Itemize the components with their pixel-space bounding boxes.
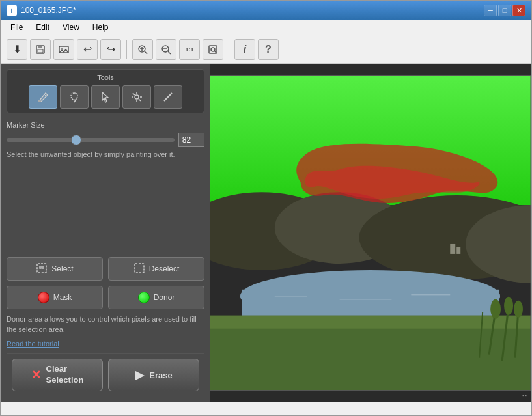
toolbar: ⬇ ↩ ↪ 1:1 i ?	[1, 35, 531, 64]
svg-rect-1	[38, 46, 42, 48]
svg-rect-28	[39, 266, 42, 269]
info-button[interactable]: i	[234, 39, 255, 60]
svg-rect-29	[42, 266, 44, 269]
mask-donor-row: Mask Donor	[7, 286, 204, 309]
tools-row	[11, 85, 200, 109]
svg-rect-51	[450, 244, 455, 254]
donor-button[interactable]: Donor	[108, 286, 204, 309]
tool-pointer[interactable]	[91, 85, 120, 109]
play-icon: ▶	[135, 368, 144, 382]
donor-description: Donor area allows you to control which p…	[7, 314, 204, 335]
title-bar: i 100_0165.JPG* ─ □ ✕	[1, 1, 531, 20]
menu-bar: File Edit View Help	[1, 20, 531, 35]
select-deselect-row: Select Deselect	[7, 257, 204, 281]
maximize-button[interactable]: □	[498, 5, 511, 16]
mask-button[interactable]: Mask	[7, 286, 103, 309]
donor-color-circle	[138, 292, 150, 303]
svg-line-14	[214, 51, 216, 53]
svg-point-46	[504, 297, 513, 315]
menu-edit[interactable]: Edit	[29, 21, 56, 33]
marker-section: Marker Size Select the unwanted object b…	[7, 118, 204, 162]
hint-text: Select the unwanted object by simply pai…	[7, 150, 204, 159]
svg-line-15	[44, 94, 46, 96]
tools-title: Tools	[11, 74, 200, 81]
marker-size-slider[interactable]	[7, 138, 175, 142]
slider-row	[7, 133, 204, 147]
erase-button[interactable]: ▶ Erase	[108, 359, 199, 391]
svg-point-25	[135, 95, 139, 99]
marker-size-label: Marker Size	[7, 121, 204, 129]
tool-paint[interactable]	[29, 85, 57, 109]
svg-line-23	[133, 93, 135, 95]
zoom-in-button[interactable]	[132, 39, 153, 60]
select-icon	[36, 262, 48, 276]
title-buttons: ─ □ ✕	[484, 5, 525, 16]
help-button[interactable]: ?	[258, 39, 279, 60]
zoom-out-button[interactable]	[156, 39, 176, 60]
save-button[interactable]	[30, 39, 51, 60]
minimize-button[interactable]: ─	[484, 5, 497, 16]
erase-label: Erase	[149, 370, 172, 380]
svg-rect-16	[38, 100, 41, 102]
mask-label: Mask	[53, 293, 72, 302]
mask-color-circle	[38, 292, 49, 303]
svg-rect-30	[135, 264, 144, 273]
menu-help[interactable]: Help	[86, 21, 115, 33]
window-title: 100_0165.JPG*	[21, 6, 76, 15]
tool-magic-wand[interactable]	[122, 85, 151, 109]
import-button[interactable]: ⬇	[7, 39, 27, 60]
bottom-buttons-area: ✕ ClearSelection ▶ Erase	[7, 353, 204, 396]
main-window: i 100_0165.JPG* ─ □ ✕ File Edit View Hel…	[0, 0, 532, 416]
deselect-icon	[133, 262, 145, 276]
svg-line-24	[139, 99, 141, 101]
svg-line-8	[145, 51, 147, 54]
marker-size-input[interactable]	[178, 133, 204, 147]
donor-label: Donor	[154, 293, 175, 302]
status-corner: ▪▪	[522, 392, 527, 399]
menu-file[interactable]: File	[4, 21, 29, 33]
clear-selection-button[interactable]: ✕ ClearSelection	[12, 359, 103, 391]
svg-marker-18	[102, 92, 108, 102]
left-panel: Tools	[1, 64, 210, 402]
svg-rect-2	[38, 49, 43, 53]
image-area: ▪▪	[210, 64, 531, 402]
main-area: Tools	[1, 64, 531, 402]
svg-line-11	[168, 51, 171, 54]
clear-selection-label: ClearSelection	[46, 364, 84, 386]
image-canvas	[210, 64, 531, 402]
menu-view[interactable]: View	[56, 21, 86, 33]
svg-line-26	[164, 93, 172, 101]
undo-button[interactable]: ↩	[77, 39, 98, 60]
redo-button[interactable]: ↪	[100, 39, 121, 60]
select-label: Select	[51, 264, 73, 273]
separator-1	[126, 40, 127, 59]
zoom-100-button[interactable]: 1:1	[179, 39, 200, 60]
status-bar	[1, 402, 531, 415]
tutorial-link[interactable]: Read the tutorial	[7, 340, 204, 348]
tool-line[interactable]	[154, 85, 182, 109]
separator-2	[229, 40, 229, 59]
image-button[interactable]	[53, 39, 74, 60]
svg-rect-52	[456, 247, 460, 254]
deselect-button[interactable]: Deselect	[108, 257, 204, 281]
deselect-label: Deselect	[149, 264, 180, 273]
title-bar-left: i 100_0165.JPG*	[7, 5, 76, 16]
zoom-fit-button[interactable]	[203, 39, 223, 60]
close-button[interactable]: ✕	[512, 5, 525, 16]
x-icon: ✕	[31, 368, 41, 382]
tool-lasso[interactable]	[60, 85, 89, 109]
select-button[interactable]: Select	[7, 257, 103, 281]
tools-section: Tools	[7, 69, 204, 113]
svg-point-45	[490, 299, 501, 319]
svg-point-47	[514, 301, 523, 318]
app-icon: i	[7, 5, 17, 16]
